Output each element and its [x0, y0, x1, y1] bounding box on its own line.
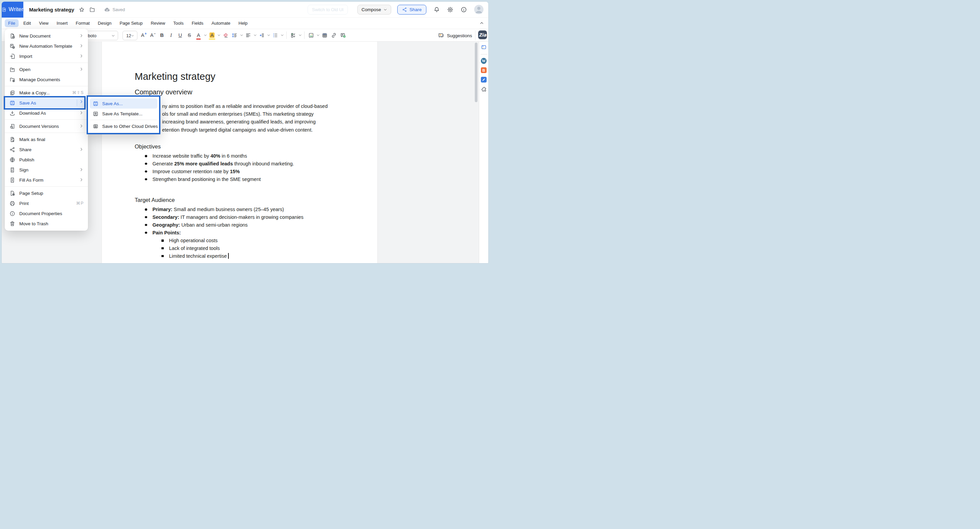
- menu-item-import[interactable]: Import: [5, 51, 88, 61]
- compose-button[interactable]: Compose: [357, 5, 391, 14]
- strikethrough-button[interactable]: S: [185, 30, 194, 40]
- document-panel-icon[interactable]: [481, 44, 487, 50]
- sub-bullet-item[interactable]: Lack of integrated tools: [135, 245, 229, 252]
- menubar-item-page-setup[interactable]: Page Setup: [116, 19, 146, 27]
- new-document-icon: [10, 33, 15, 39]
- chevron-right-icon: [79, 54, 84, 59]
- menubar-item-fields[interactable]: Fields: [188, 19, 207, 27]
- zia-assistant-button[interactable]: Zia: [478, 30, 487, 39]
- indent-button[interactable]: [257, 30, 266, 40]
- document-page[interactable]: Marketing strategy Company overview ny a…: [102, 41, 378, 263]
- menubar-item-automate[interactable]: Automate: [208, 19, 234, 27]
- bullet-item[interactable]: Geography: Urban and semi-urban regions: [135, 221, 304, 229]
- insert-table-button[interactable]: [320, 30, 329, 40]
- vertical-scrollbar-thumb[interactable]: [475, 43, 477, 102]
- increase-font-size-button[interactable]: A+: [139, 30, 148, 40]
- bullet-item[interactable]: Generate 25% more qualified leads throug…: [135, 160, 294, 168]
- bullet-list-caret[interactable]: [280, 30, 284, 40]
- extensions-icon[interactable]: [481, 86, 487, 92]
- collapse-toolbar-chevron-icon[interactable]: [479, 21, 484, 26]
- insert-image-caret[interactable]: [316, 30, 320, 40]
- alignment-caret[interactable]: [253, 30, 257, 40]
- bullet-item[interactable]: Primary: Small and medium business owner…: [135, 206, 304, 213]
- target-audience-heading[interactable]: Target Audience: [135, 197, 175, 203]
- menu-item-document-properties[interactable]: Document Properties: [5, 208, 88, 219]
- publish-pen-icon[interactable]: [481, 77, 487, 83]
- menu-item-share[interactable]: Share: [5, 145, 88, 154]
- highlight-color-button[interactable]: A: [207, 30, 216, 40]
- menu-item-sign[interactable]: Sign: [5, 165, 88, 175]
- company-overview-heading[interactable]: Company overview: [135, 88, 192, 96]
- menu-item-page-setup[interactable]: Page Setup: [5, 188, 88, 198]
- bullet-list-button[interactable]: [271, 30, 280, 40]
- menu-item-save-as[interactable]: Save As: [5, 98, 88, 108]
- insert-comment-button[interactable]: [339, 30, 348, 40]
- submenu-item-save-to-other-cloud-drives[interactable]: Save to Other Cloud Drives: [90, 121, 158, 131]
- font-color-caret[interactable]: [203, 30, 207, 40]
- favorite-star-icon[interactable]: [79, 7, 84, 13]
- chevron-down-icon: [111, 34, 115, 38]
- writer-logo[interactable]: Writer: [2, 2, 23, 17]
- bullet-item[interactable]: Improve customer retention rate by 15%: [135, 168, 294, 176]
- insert-link-button[interactable]: [329, 30, 339, 40]
- sub-bullet-item[interactable]: Limited technical expertise: [135, 252, 229, 260]
- notifications-bell-icon[interactable]: [433, 6, 440, 13]
- alignment-button[interactable]: [243, 30, 253, 40]
- indent-caret[interactable]: [266, 30, 271, 40]
- menu-item-manage-documents[interactable]: Manage Documents: [5, 75, 88, 84]
- menubar-item-view[interactable]: View: [35, 19, 52, 27]
- menubar-item-file[interactable]: File: [5, 19, 19, 27]
- menu-item-fill-as-form[interactable]: Fill As Form: [5, 175, 88, 185]
- menubar-item-insert[interactable]: Insert: [53, 19, 71, 27]
- settings-gear-icon[interactable]: [447, 6, 453, 13]
- submenu-item-save-as-template[interactable]: Save As Template...: [90, 108, 158, 119]
- menubar-item-help[interactable]: Help: [235, 19, 251, 27]
- font-size-select[interactable]: 12: [123, 31, 137, 40]
- line-spacing-caret[interactable]: [239, 30, 243, 40]
- clear-formatting-button[interactable]: [221, 30, 230, 40]
- display-options-button[interactable]: [289, 30, 298, 40]
- underline-button[interactable]: U: [176, 30, 185, 40]
- menubar-item-tools[interactable]: Tools: [170, 19, 187, 27]
- menu-item-make-a-copy[interactable]: Make a Copy...⌘⇧S: [5, 87, 88, 98]
- menu-item-print[interactable]: Print⌘P: [5, 198, 88, 208]
- menu-item-open[interactable]: Open: [5, 64, 88, 75]
- share-button[interactable]: Share: [397, 5, 426, 14]
- font-color-button[interactable]: A: [194, 30, 203, 40]
- bullet-item[interactable]: Strengthen brand positioning in the SME …: [135, 175, 294, 183]
- menubar-item-design[interactable]: Design: [94, 19, 115, 27]
- company-overview-paragraph[interactable]: ny aims to position itself as a reliable…: [162, 102, 328, 134]
- sub-bullet-item[interactable]: High operational costs: [135, 237, 229, 245]
- wordpress-icon[interactable]: W: [481, 58, 487, 64]
- submenu-item-save-as-dialog[interactable]: Save As...: [90, 98, 158, 108]
- menu-item-new-automation-template[interactable]: New Automation Template: [5, 41, 88, 51]
- blogger-icon[interactable]: B: [481, 67, 487, 73]
- menubar-item-format[interactable]: Format: [72, 19, 93, 27]
- bullet-item[interactable]: Secondary: IT managers and decision-make…: [135, 213, 304, 221]
- suggestions-button[interactable]: Suggestions: [438, 31, 472, 40]
- objectives-heading[interactable]: Objectives: [135, 143, 161, 150]
- folder-icon[interactable]: [89, 7, 95, 13]
- doc-title-heading[interactable]: Marketing strategy: [135, 71, 216, 82]
- menu-item-move-to-trash[interactable]: Move to Trash: [5, 219, 88, 229]
- display-options-caret[interactable]: [298, 30, 302, 40]
- menubar-item-edit[interactable]: Edit: [20, 19, 34, 27]
- user-avatar[interactable]: [474, 5, 484, 14]
- document-title[interactable]: Marketing strategy: [29, 7, 74, 13]
- menubar-item-review[interactable]: Review: [147, 19, 169, 27]
- bullet-item[interactable]: Increase website traffic by 40% in 6 mon…: [135, 152, 294, 160]
- highlight-color-caret[interactable]: [216, 30, 221, 40]
- switch-to-old-ui-button[interactable]: Switch to Old UI: [308, 5, 348, 14]
- bold-button[interactable]: B: [158, 30, 167, 40]
- bullet-item[interactable]: Pain Points:: [135, 229, 304, 237]
- insert-image-button[interactable]: [307, 30, 316, 40]
- italic-button[interactable]: I: [167, 30, 176, 40]
- menu-item-new-document[interactable]: New Document: [5, 31, 88, 41]
- menu-item-download-as[interactable]: Download As: [5, 108, 88, 118]
- decrease-font-size-button[interactable]: A−: [148, 30, 158, 40]
- menu-item-publish[interactable]: Publish: [5, 154, 88, 165]
- menu-item-mark-as-final[interactable]: Mark as final: [5, 134, 88, 145]
- help-info-icon[interactable]: [461, 6, 467, 13]
- line-spacing-button[interactable]: [230, 30, 239, 40]
- menu-item-document-versions[interactable]: Document Versions: [5, 121, 88, 131]
